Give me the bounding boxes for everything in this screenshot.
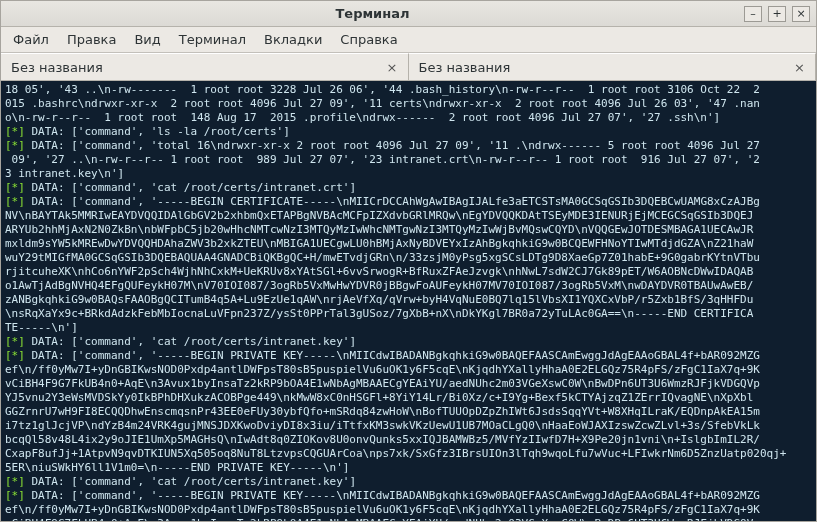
menu-edit[interactable]: Правка	[59, 29, 124, 50]
menu-terminal[interactable]: Терминал	[171, 29, 254, 50]
tab-1[interactable]: Без названия ×	[409, 53, 817, 80]
menu-view[interactable]: Вид	[126, 29, 168, 50]
window-title: Терминал	[336, 6, 410, 21]
tab-close-icon[interactable]: ×	[387, 60, 398, 75]
close-button[interactable]: ×	[792, 6, 810, 22]
maximize-button[interactable]: +	[768, 6, 786, 22]
menu-file[interactable]: Файл	[5, 29, 57, 50]
titlebar: Терминал – + ×	[1, 1, 816, 27]
menubar: Файл Правка Вид Терминал Вкладки Справка	[1, 27, 816, 53]
minimize-icon: –	[750, 8, 756, 19]
maximize-icon: +	[772, 8, 781, 19]
tab-close-icon[interactable]: ×	[794, 60, 805, 75]
menu-help[interactable]: Справка	[332, 29, 405, 50]
terminal-output[interactable]: 18 05', '43 ..\n-rw------- 1 root root 3…	[1, 81, 816, 521]
menu-tabs-item[interactable]: Вкладки	[256, 29, 330, 50]
tab-label: Без названия	[419, 60, 789, 75]
tab-0[interactable]: Без названия ×	[1, 53, 409, 80]
tabstrip: Без названия × Без названия ×	[1, 53, 816, 81]
minimize-button[interactable]: –	[744, 6, 762, 22]
close-icon: ×	[796, 8, 805, 19]
terminal-window: Терминал – + × Файл Правка Вид Терминал …	[0, 0, 817, 522]
tab-label: Без названия	[11, 60, 381, 75]
